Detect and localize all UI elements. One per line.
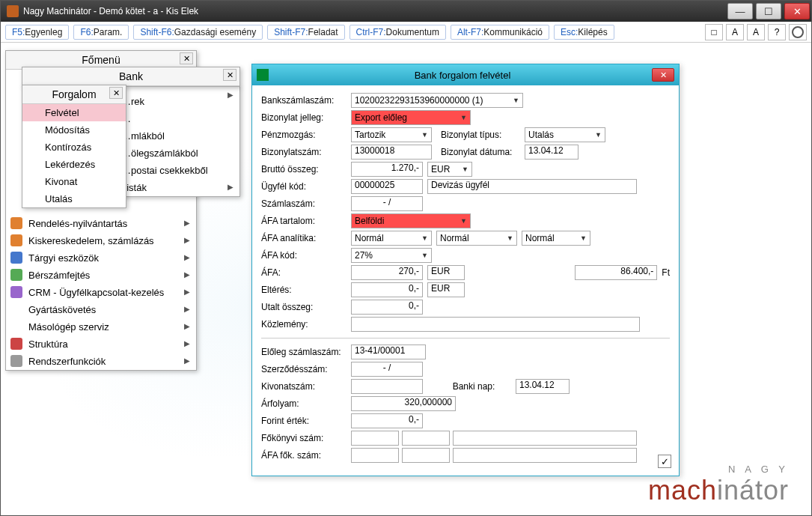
- tb-kommunikacio[interactable]: Alt-F7:Kommunikáció: [451, 25, 549, 40]
- sel-afaanal1[interactable]: Normál: [351, 231, 432, 246]
- bank-menu: Bank ✕: [22, 67, 240, 87]
- inp-eloleg[interactable]: 13-41/00001: [351, 344, 426, 359]
- inp-fok1[interactable]: [351, 431, 399, 446]
- menu-item-ber[interactable]: Bérszámfejtés▶: [6, 267, 196, 284]
- lbl-brutto: Bruttó összeg:: [261, 164, 351, 174]
- inp-fok2[interactable]: [402, 431, 450, 446]
- forgalom-kontirozas[interactable]: Kontírozás: [22, 139, 126, 156]
- inp-afafok1[interactable]: [351, 448, 399, 463]
- lbl-bankinap: Banki nap:: [432, 381, 516, 392]
- menu-item-kisker[interactable]: Kiskereskedelem, számlázás▶: [6, 232, 196, 249]
- sel-bankszamla[interactable]: 10200232293153960000000 (1): [351, 93, 523, 108]
- inp-kivonat[interactable]: [351, 379, 423, 394]
- lbl-bizszam: Bizonylatszám:: [261, 147, 351, 157]
- menu-item-masologep[interactable]: Másológép szerviz▶: [6, 318, 196, 336]
- minimize-button[interactable]: —: [727, 3, 753, 19]
- lbl-kivonat: Kivonatszám:: [261, 381, 351, 392]
- maximize-button[interactable]: ☐: [756, 3, 781, 19]
- inp-ugyfelnev[interactable]: Devizás ügyfél: [427, 179, 637, 194]
- menu-item-gyartas[interactable]: Gyártáskövetés▶: [6, 301, 196, 318]
- bank-menu-close-icon[interactable]: ✕: [223, 69, 236, 81]
- lbl-ugyfelkod: Ügyfél kód:: [261, 181, 351, 192]
- tool-icon-3[interactable]: A: [747, 24, 765, 40]
- bank-menu-title: Bank ✕: [22, 67, 239, 86]
- lbl-afatartalom: ÁFA tartalom:: [261, 216, 351, 226]
- sel-brutto-cur[interactable]: EUR: [427, 162, 472, 177]
- sel-penzmozgas[interactable]: Tartozik: [351, 127, 432, 142]
- toolbar: F5:Egyenleg F6:Param. Shift-F6:Gazdasági…: [1, 22, 811, 43]
- sel-afaanal2[interactable]: Normál: [436, 231, 517, 246]
- inp-bizdatum[interactable]: 13.04.12: [525, 145, 579, 160]
- inp-kozlemeny[interactable]: [351, 317, 640, 332]
- form-icon: [257, 69, 269, 81]
- form-title: Bank forgalom felvétel: [273, 70, 652, 81]
- tool-icon-help[interactable]: ?: [768, 24, 786, 40]
- lbl-afafok: ÁFA fők. szám:: [261, 450, 351, 461]
- tb-kilepes[interactable]: Esc:Kilépés: [554, 25, 614, 40]
- inp-afafok2[interactable]: [402, 448, 450, 463]
- tb-feladat[interactable]: Shift-F7:Feladat: [267, 25, 344, 40]
- sel-afatartalom[interactable]: Belföldi: [351, 213, 471, 228]
- menu-item-struktura[interactable]: Struktúra▶: [6, 336, 196, 353]
- titlebar: Nagy Machinátor - Demó kötet - a - Kis E…: [1, 1, 811, 22]
- lbl-eloleg: Előleg számlaszám:: [261, 347, 351, 357]
- sel-biztipus[interactable]: Utalás: [525, 127, 605, 142]
- inp-afafok3[interactable]: [453, 448, 637, 463]
- tb-dokumentum[interactable]: Ctrl-F7:Dokumentum: [349, 25, 446, 40]
- inp-afa[interactable]: 270,-: [351, 265, 423, 280]
- inp-elteres-cur: EUR: [427, 282, 465, 297]
- menu-item-rendszer[interactable]: Rendszerfunkciók▶: [6, 353, 196, 370]
- inp-utalt[interactable]: 0,-: [351, 300, 423, 315]
- menu-item-targyi[interactable]: Tárgyi eszközök▶: [6, 249, 196, 267]
- box-icon: [10, 217, 22, 229]
- sel-bizjelleg[interactable]: Export előleg: [351, 110, 471, 125]
- inp-brutto[interactable]: 1.270,-: [351, 162, 423, 177]
- inp-ugyfelkod[interactable]: 00000025: [351, 179, 423, 194]
- tb-egyenleg[interactable]: F5:Egyenleg: [5, 25, 69, 40]
- forgalom-kivonat[interactable]: Kivonat: [22, 173, 126, 190]
- forgalom-menu-close-icon[interactable]: ✕: [109, 87, 123, 99]
- forgalom-felvetel[interactable]: Felvétel: [22, 104, 126, 121]
- inp-bankinap[interactable]: 13.04.12: [516, 379, 570, 394]
- logo: N A G Y machinátor: [648, 464, 789, 506]
- forgalom-utalas[interactable]: Utalás: [22, 190, 126, 207]
- lbl-bizdatum: Bizonylat dátuma:: [441, 147, 525, 157]
- menu-item-rendeles[interactable]: Rendelés-nyilvántartás▶: [6, 215, 196, 232]
- tb-param[interactable]: F6:Param.: [73, 25, 129, 40]
- lbl-ft: Ft: [662, 267, 670, 278]
- lbl-szerzodes: Szerződésszám:: [261, 364, 351, 374]
- lbl-szamlaszam: Számlaszám:: [261, 198, 351, 209]
- lbl-arfolyam: Árfolyam:: [261, 398, 351, 409]
- sel-afakod[interactable]: 27%: [351, 248, 432, 263]
- inp-szerzodes[interactable]: - /: [351, 362, 423, 377]
- lbl-biztipus: Bizonylat típus:: [441, 130, 525, 140]
- tb-gazdasagi[interactable]: Shift-F6:Gazdasági esemény: [133, 25, 263, 40]
- lbl-bizjelleg: Bizonylat jelleg:: [261, 112, 351, 123]
- form-close-button[interactable]: ✕: [652, 68, 674, 82]
- sel-afaanal3[interactable]: Normál: [522, 231, 590, 246]
- inp-elteres[interactable]: 0,-: [351, 282, 423, 297]
- forgalom-menu-title: Forgalom ✕: [22, 85, 126, 104]
- tool-icon-circle[interactable]: [789, 24, 807, 40]
- cart-icon: [10, 234, 22, 246]
- forgalom-modositas[interactable]: Módosítás: [22, 121, 126, 139]
- main-menu-close-icon[interactable]: ✕: [180, 52, 193, 64]
- forgalom-lekerdezes[interactable]: Lekérdezés: [22, 156, 126, 173]
- inp-szamlaszam[interactable]: - /: [351, 196, 423, 211]
- lbl-elteres: Eltérés:: [261, 285, 351, 295]
- asset-icon: [10, 252, 22, 264]
- menu-item-crm[interactable]: CRM - Ügyfélkapcsolat-kezelés▶: [6, 284, 196, 301]
- lbl-bankszamla: Bankszámlaszám:: [261, 95, 351, 106]
- tool-icon-2[interactable]: A: [726, 24, 744, 40]
- lbl-forint: Forint érték:: [261, 416, 351, 426]
- inp-arfolyam[interactable]: 320,000000: [351, 396, 456, 411]
- inp-bizszam[interactable]: 13000018: [351, 145, 432, 160]
- lbl-kozlemeny: Közlemény:: [261, 319, 351, 330]
- app-icon: [7, 5, 19, 17]
- inp-forint[interactable]: 0,-: [351, 413, 423, 428]
- tool-icon-1[interactable]: □: [705, 24, 723, 40]
- lbl-utalt: Utalt összeg:: [261, 302, 351, 312]
- close-button[interactable]: ✕: [784, 3, 810, 19]
- inp-afa-huf[interactable]: 86.400,-: [575, 265, 657, 280]
- inp-fok3[interactable]: [453, 431, 637, 446]
